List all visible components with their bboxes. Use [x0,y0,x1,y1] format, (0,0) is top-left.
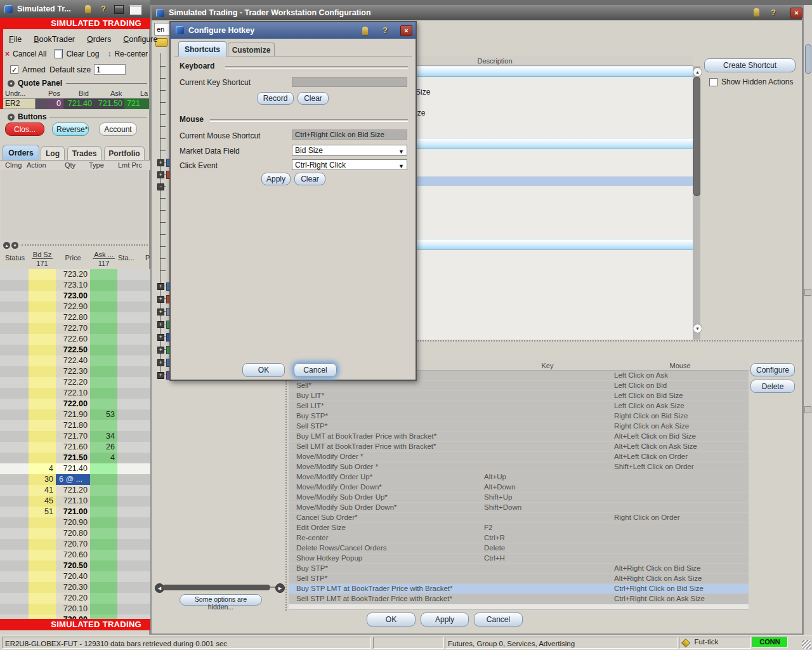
menu-orders[interactable]: Orders [87,35,111,44]
shortcut-table-body[interactable]: Left Click on AskSell*Left Click on BidB… [289,371,749,604]
ladder-cell-ex[interactable] [138,453,150,463]
maximize-icon[interactable] [129,5,142,15]
ladder-row[interactable]: 722.40 [0,355,150,366]
ladder-cell-s2[interactable] [117,388,138,399]
ladder-cell-pr[interactable]: 721.00 [56,507,90,517]
ladder-cell-bd[interactable] [29,571,56,582]
layout-cube-icon[interactable] [114,5,124,14]
ladder-cell-ak[interactable] [90,528,117,539]
ladder-cell-st[interactable] [0,550,29,560]
ladder-cell-bd[interactable] [29,312,56,323]
ladder-cell-ex[interactable] [138,409,150,420]
ladder-cell-pr[interactable]: 721.60 [56,442,90,453]
ladder-row[interactable]: 45721.10 [0,496,150,507]
ladder-row[interactable]: 722.60 [0,334,150,345]
ladder-cell-pr[interactable]: 720.50 [56,560,90,571]
ladder-row[interactable]: 306 @ ... [0,474,150,485]
ladder-cell-bd[interactable] [29,345,56,355]
ladder-cell-ak[interactable] [90,399,117,409]
shortcut-row[interactable]: Move/Modify Order Down*Alt+Down [289,482,749,493]
ladder-cell-pr[interactable]: 720.00 [56,614,90,619]
ladder-cell-ak[interactable] [90,388,117,399]
ladder-row[interactable]: 720.20 [0,593,150,604]
ladder-cell-ex[interactable] [138,614,150,619]
menu-configure[interactable]: Configure [123,35,157,44]
ladder-cell-ak[interactable] [90,291,117,302]
ladder-cell-ak[interactable]: 34 [90,431,117,442]
menu-file[interactable]: File [9,35,22,44]
ladder-cell-bd[interactable]: 41 [29,485,56,496]
dialog-ok-button[interactable]: OK [242,363,285,377]
ladder-cell-ex[interactable] [138,539,150,550]
ladder-cell-st[interactable] [0,399,29,409]
ladder-cell-bd[interactable] [29,291,56,302]
ladder-cell-s2[interactable] [117,528,138,539]
account-button[interactable]: Account [99,123,137,136]
ladder-cell-s2[interactable] [117,485,138,496]
quote-header-bid[interactable]: Bid [79,90,89,97]
ladder-row[interactable]: 720.00 [0,614,150,619]
ladder-cell-s2[interactable] [117,409,138,420]
ladder-cell-pr[interactable]: 720.90 [56,517,90,528]
ladder-cell-pr[interactable]: 721.50 [56,453,90,463]
ladder-cell-ak[interactable] [90,366,117,377]
ladder-cell-bd[interactable]: 30 [29,474,56,485]
ok-button[interactable]: OK [367,613,416,627]
ladder-cell-ex[interactable] [138,582,150,593]
ladder-cell-ak[interactable]: 4 [90,453,117,463]
close-icon[interactable]: × [400,25,412,36]
reverse-button[interactable]: Reverse* [52,123,89,136]
ladder-row[interactable]: 41721.20 [0,485,150,496]
ladder-cell-ak[interactable] [90,463,117,474]
ladder-cell-st[interactable] [0,528,29,539]
ladder-cell-bd[interactable] [29,420,56,431]
armed-checkbox[interactable]: ✓ [10,65,18,74]
ladder-cell-bd[interactable]: 45 [29,496,56,507]
mouse-clear-button[interactable]: Clear [294,173,325,185]
ladder-row[interactable]: 722.80 [0,312,150,323]
ladder-cell-ak[interactable] [90,474,117,485]
default-size-input[interactable] [94,64,126,75]
ladder-cell-bd[interactable] [29,334,56,345]
ladder-row[interactable]: 722.20 [0,377,150,388]
ladder-row[interactable]: 721.504 [0,453,150,463]
tab-trades[interactable]: Trades [67,146,102,160]
ladder-row[interactable]: 720.60 [0,550,150,560]
ladder-cell-ak[interactable] [90,334,117,345]
ladder-cell-s2[interactable] [117,560,138,571]
scroll-down-icon[interactable]: ▼ [693,324,702,333]
quote-cell-bid[interactable]: 721.40 [63,98,94,109]
ladder-cell-s2[interactable] [117,291,138,302]
configure-button[interactable]: Configure [750,363,795,376]
keyboard-clear-button[interactable]: Clear [298,92,329,105]
ladder-cell-st[interactable] [0,420,29,431]
ladder-cell-s2[interactable] [117,593,138,604]
ladder-cell-st[interactable] [0,366,29,377]
ladder-cell-s2[interactable] [117,507,138,517]
ladder-cell-ex[interactable] [138,366,150,377]
ladder-cell-ak[interactable] [90,507,117,517]
scroll-right-icon[interactable]: ▶ [275,583,285,593]
help-icon[interactable]: ? [383,25,388,35]
current-mouse-shortcut-field[interactable]: Ctrl+Right Click on Bid Size [292,129,407,140]
ladder-cell-s2[interactable] [117,474,138,485]
shortcut-row[interactable]: Move/Modify Order *Alt+Left Click on Ord… [289,452,749,462]
ladder-row[interactable]: 720.30 [0,582,150,593]
shortcut-row[interactable]: Move/Modify Order Up*Alt+Up [289,472,749,482]
ladder-row[interactable]: 722.30 [0,366,150,377]
ladder-cell-ex[interactable] [138,604,150,614]
edge-scrollbar-thumb[interactable] [805,44,811,74]
ladder-cell-st[interactable] [0,355,29,366]
ladder-cell-ak[interactable]: 26 [90,442,117,453]
shortcut-row[interactable]: Re-centerCtrl+R [289,533,749,543]
ladder-cell-ex[interactable] [138,463,150,474]
edge-scroll-mark[interactable] [804,289,811,296]
shortcut-row[interactable]: Sell STP*Right Click on Ask Size [289,421,749,432]
ladder-cell-pr[interactable]: 723.10 [56,280,90,291]
ladder-cell-pr[interactable]: 722.30 [56,366,90,377]
ladder-cell-pr[interactable]: 722.90 [56,302,90,312]
shortcut-row[interactable]: Move/Modify Sub Order Down*Shift+Down [289,503,749,513]
ladder-cell-ex[interactable] [138,485,150,496]
ladder-cell-ex[interactable] [138,442,150,453]
ladder-cell-bd[interactable] [29,539,56,550]
